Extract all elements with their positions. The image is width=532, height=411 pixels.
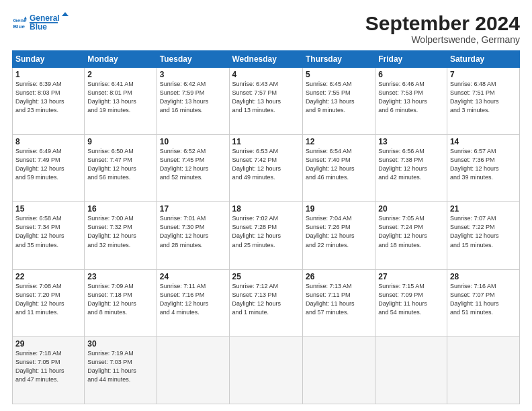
- day-20: 20 Sunrise: 7:05 AMSunset: 7:24 PMDaylig…: [375, 202, 447, 269]
- day-10: 10 Sunrise: 6:52 AMSunset: 7:45 PMDaylig…: [157, 135, 229, 202]
- day-8: 8 Sunrise: 6:49 AMSunset: 7:49 PMDayligh…: [13, 135, 85, 202]
- empty-2: [229, 336, 302, 404]
- empty-3: [302, 336, 375, 404]
- day-25: 25 Sunrise: 7:12 AMSunset: 7:13 PMDaylig…: [229, 269, 302, 336]
- day-17: 17 Sunrise: 7:01 AMSunset: 7:30 PMDaylig…: [157, 202, 229, 269]
- col-thursday: Thursday: [302, 51, 375, 68]
- empty-4: [375, 336, 447, 404]
- day-30: 30 Sunrise: 7:19 AMSunset: 7:03 PMDaylig…: [85, 336, 157, 404]
- day-6: 6 Sunrise: 6:46 AMSunset: 7:53 PMDayligh…: [375, 68, 447, 135]
- svg-text:General: General: [30, 13, 60, 23]
- calendar-header-row: Sunday Monday Tuesday Wednesday Thursday…: [13, 51, 520, 68]
- day-7: 7 Sunrise: 6:48 AMSunset: 7:51 PMDayligh…: [447, 68, 519, 135]
- svg-text:Blue: Blue: [30, 22, 47, 31]
- empty-5: [447, 336, 519, 404]
- header: General Blue General Blue September 2024…: [12, 12, 520, 45]
- location-subtitle: Wolpertswende, Germany: [365, 34, 520, 45]
- logo-icon: General Blue: [12, 15, 27, 30]
- day-2: 2 Sunrise: 6:41 AMSunset: 8:01 PMDayligh…: [85, 68, 157, 135]
- logo-svg: General Blue: [30, 12, 78, 31]
- day-13: 13 Sunrise: 6:56 AMSunset: 7:38 PMDaylig…: [375, 135, 447, 202]
- day-26: 26 Sunrise: 7:13 AMSunset: 7:11 PMDaylig…: [302, 269, 375, 336]
- calendar-row-1: 1 Sunrise: 6:39 AMSunset: 8:03 PMDayligh…: [13, 68, 520, 135]
- day-9: 9 Sunrise: 6:50 AMSunset: 7:47 PMDayligh…: [85, 135, 157, 202]
- col-wednesday: Wednesday: [229, 51, 302, 68]
- day-1: 1 Sunrise: 6:39 AMSunset: 8:03 PMDayligh…: [13, 68, 85, 135]
- day-22: 22 Sunrise: 7:08 AMSunset: 7:20 PMDaylig…: [13, 269, 85, 336]
- day-23: 23 Sunrise: 7:09 AMSunset: 7:18 PMDaylig…: [85, 269, 157, 336]
- calendar-row-4: 22 Sunrise: 7:08 AMSunset: 7:20 PMDaylig…: [13, 269, 520, 336]
- day-4: 4 Sunrise: 6:43 AMSunset: 7:57 PMDayligh…: [229, 68, 302, 135]
- svg-text:Blue: Blue: [13, 24, 25, 30]
- col-friday: Friday: [375, 51, 447, 68]
- title-block: September 2024 Wolpertswende, Germany: [365, 12, 520, 45]
- day-18: 18 Sunrise: 7:02 AMSunset: 7:28 PMDaylig…: [229, 202, 302, 269]
- calendar-row-3: 15 Sunrise: 6:58 AMSunset: 7:34 PMDaylig…: [13, 202, 520, 269]
- day-19: 19 Sunrise: 7:04 AMSunset: 7:26 PMDaylig…: [302, 202, 375, 269]
- col-sunday: Sunday: [13, 51, 85, 68]
- page: General Blue General Blue September 2024…: [0, 0, 532, 411]
- day-28: 28 Sunrise: 7:16 AMSunset: 7:07 PMDaylig…: [447, 269, 519, 336]
- day-5: 5 Sunrise: 6:45 AMSunset: 7:55 PMDayligh…: [302, 68, 375, 135]
- day-21: 21 Sunrise: 7:07 AMSunset: 7:22 PMDaylig…: [447, 202, 519, 269]
- day-15: 15 Sunrise: 6:58 AMSunset: 7:34 PMDaylig…: [13, 202, 85, 269]
- day-16: 16 Sunrise: 7:00 AMSunset: 7:32 PMDaylig…: [85, 202, 157, 269]
- logo: General Blue General Blue: [12, 12, 78, 34]
- day-12: 12 Sunrise: 6:54 AMSunset: 7:40 PMDaylig…: [302, 135, 375, 202]
- col-saturday: Saturday: [447, 51, 519, 68]
- day-3: 3 Sunrise: 6:42 AMSunset: 7:59 PMDayligh…: [157, 68, 229, 135]
- col-monday: Monday: [85, 51, 157, 68]
- day-14: 14 Sunrise: 6:57 AMSunset: 7:36 PMDaylig…: [447, 135, 519, 202]
- calendar-table: Sunday Monday Tuesday Wednesday Thursday…: [12, 50, 520, 404]
- calendar-row-5: 29 Sunrise: 7:18 AMSunset: 7:05 PMDaylig…: [13, 336, 520, 404]
- day-29: 29 Sunrise: 7:18 AMSunset: 7:05 PMDaylig…: [13, 336, 85, 404]
- day-11: 11 Sunrise: 6:53 AMSunset: 7:42 PMDaylig…: [229, 135, 302, 202]
- day-27: 27 Sunrise: 7:15 AMSunset: 7:09 PMDaylig…: [375, 269, 447, 336]
- svg-marker-6: [62, 12, 69, 16]
- calendar-row-2: 8 Sunrise: 6:49 AMSunset: 7:49 PMDayligh…: [13, 135, 520, 202]
- col-tuesday: Tuesday: [157, 51, 229, 68]
- day-24: 24 Sunrise: 7:11 AMSunset: 7:16 PMDaylig…: [157, 269, 229, 336]
- empty-1: [157, 336, 229, 404]
- month-title: September 2024: [365, 12, 520, 34]
